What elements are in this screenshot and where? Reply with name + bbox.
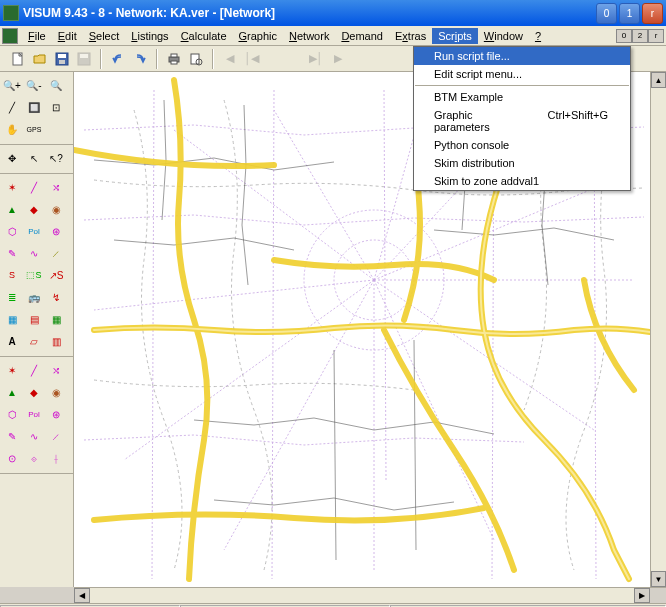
menu-extras[interactable]: Extras (389, 28, 432, 44)
turn2-tool[interactable]: ⤭ (46, 360, 66, 380)
lineroute-tool[interactable]: 🚌 (24, 287, 44, 307)
menu-file[interactable]: File (22, 28, 52, 44)
polygon-tool[interactable]: ▱ (24, 331, 44, 351)
scripts-menu-item-python-console[interactable]: Python console (414, 136, 630, 154)
nav-next-button[interactable]: ▶│ (306, 49, 326, 69)
stop-tool[interactable]: S (2, 265, 22, 285)
move-button[interactable]: ✥ (2, 148, 22, 168)
zone2-tool[interactable]: ▲ (2, 382, 22, 402)
stop2-tool[interactable]: ⊙ (2, 448, 22, 468)
menu-network[interactable]: Network (283, 28, 335, 44)
menu-window[interactable]: Window (478, 28, 529, 44)
scripts-menu-item-skim-distribution[interactable]: Skim distribution (414, 154, 630, 172)
zoom-extent-button[interactable]: ⊡ (46, 97, 66, 117)
print-button[interactable] (164, 49, 184, 69)
table-tool[interactable]: ▦ (46, 309, 66, 329)
screenline2-tool[interactable]: ∿ (24, 426, 44, 446)
conn2-tool[interactable]: ◆ (24, 382, 44, 402)
svg-rect-8 (171, 61, 177, 64)
screenline-tool[interactable]: ∿ (24, 243, 44, 263)
detector2-tool[interactable]: ✎ (2, 426, 22, 446)
territory-tool[interactable]: ⬡ (2, 221, 22, 241)
menu-bar: FileEditSelectListingsCalculateGraphicNe… (0, 26, 666, 46)
pan-button[interactable]: ✋ (2, 119, 22, 139)
redo-button[interactable] (130, 49, 150, 69)
menu-calculate[interactable]: Calculate (175, 28, 233, 44)
svg-rect-4 (78, 53, 90, 65)
scripts-menu-item-edit-script-menu[interactable]: Edit script menu... (414, 65, 630, 83)
link2-tool[interactable]: ╱ (24, 360, 44, 380)
vertical-scrollbar[interactable]: ▲ ▼ (650, 72, 666, 587)
mdi-minimize-button[interactable]: 0 (616, 29, 632, 43)
nav-prev-button[interactable]: │◀ (242, 49, 262, 69)
background-tool[interactable]: ▦ (2, 309, 22, 329)
zoom-out-button[interactable]: 🔍- (24, 75, 44, 95)
turn-tool[interactable]: ⤭ (46, 177, 66, 197)
minimize-button[interactable]: 0 (596, 3, 617, 24)
save-button[interactable] (52, 49, 72, 69)
legend-tool[interactable]: ▤ (24, 309, 44, 329)
line-tool[interactable]: ≣ (2, 287, 22, 307)
app-icon (3, 5, 19, 21)
nav-last-button[interactable]: ▶ (328, 49, 348, 69)
gislayer-tool[interactable]: ▥ (46, 331, 66, 351)
stoparea2-tool[interactable]: ⟐ (24, 448, 44, 468)
nav-first-button[interactable]: ◀ (220, 49, 240, 69)
maximize-button[interactable]: 1 (619, 3, 640, 24)
menu-scripts[interactable]: Scripts (432, 28, 478, 44)
zoom-in-button[interactable]: 🔍+ (2, 75, 22, 95)
open-file-button[interactable] (30, 49, 50, 69)
menu-graphic[interactable]: Graphic (233, 28, 284, 44)
mainzone-tool[interactable]: ◉ (46, 199, 66, 219)
new-file-button[interactable] (8, 49, 28, 69)
node2-tool[interactable]: ✶ (2, 360, 22, 380)
text-tool[interactable]: A (2, 331, 22, 351)
gps-button[interactable]: GPS (24, 119, 44, 139)
menu-demand[interactable]: Demand (335, 28, 389, 44)
mainzone2-tool[interactable]: ◉ (46, 382, 66, 402)
node-tool[interactable]: ✶ (2, 177, 22, 197)
select-panel: ✥ ↖ ↖? (0, 145, 73, 174)
scripts-menu-item-skim-to-zone-addval1[interactable]: Skim to zone addval1 (414, 172, 630, 190)
menu-item-label: Python console (434, 139, 608, 151)
poi2-tool[interactable]: Pol (24, 404, 44, 424)
menu-select[interactable]: Select (83, 28, 126, 44)
mdi-close-button[interactable]: r (648, 29, 664, 43)
scroll-up-arrow[interactable]: ▲ (651, 72, 666, 88)
toll2-tool[interactable]: ⟋ (46, 426, 66, 446)
menu-[interactable]: ? (529, 28, 547, 44)
territory2-tool[interactable]: ⬡ (2, 404, 22, 424)
syspath-tool[interactable]: ↯ (46, 287, 66, 307)
count-tool[interactable]: ⊛ (46, 221, 66, 241)
zoom-reset-button[interactable]: 🔍 (46, 75, 66, 95)
close-button[interactable]: r (642, 3, 663, 24)
menu-edit[interactable]: Edit (52, 28, 83, 44)
conn-tool[interactable]: ◆ (24, 199, 44, 219)
count2-tool[interactable]: ⊛ (46, 404, 66, 424)
measure-button[interactable]: ╱ (2, 97, 22, 117)
scroll-right-arrow[interactable]: ▶ (634, 588, 650, 603)
stoppoint2-tool[interactable]: ⟊ (46, 448, 66, 468)
scripts-menu-item-run-script-file[interactable]: Run script file... (414, 47, 630, 65)
stoppoint-tool[interactable]: ↗S (46, 265, 66, 285)
scroll-left-arrow[interactable]: ◀ (74, 588, 90, 603)
pointer-button[interactable]: ↖ (24, 148, 44, 168)
scroll-v-track[interactable] (651, 88, 666, 571)
poi-tool[interactable]: Pol (24, 221, 44, 241)
scripts-menu-item-graphic-parameters[interactable]: Graphic parametersCtrl+Shift+G (414, 106, 630, 136)
stoparea-tool[interactable]: ⬚S (24, 265, 44, 285)
scripts-menu-item-btm-example[interactable]: BTM Example (414, 88, 630, 106)
scroll-down-arrow[interactable]: ▼ (651, 571, 666, 587)
horizontal-scrollbar[interactable]: ◀ ▶ (74, 587, 666, 603)
scroll-h-track[interactable] (90, 588, 634, 603)
zoom-window-button[interactable]: 🔲 (24, 97, 44, 117)
mdi-restore-button[interactable]: 2 (632, 29, 648, 43)
detector-tool[interactable]: ✎ (2, 243, 22, 263)
undo-button[interactable] (108, 49, 128, 69)
zone-tool[interactable]: ▲ (2, 199, 22, 219)
link-tool[interactable]: ╱ (24, 177, 44, 197)
info-pointer-button[interactable]: ↖? (46, 148, 66, 168)
menu-listings[interactable]: Listings (125, 28, 174, 44)
print-preview-button[interactable] (186, 49, 206, 69)
toll-tool[interactable]: ⟋ (46, 243, 66, 263)
